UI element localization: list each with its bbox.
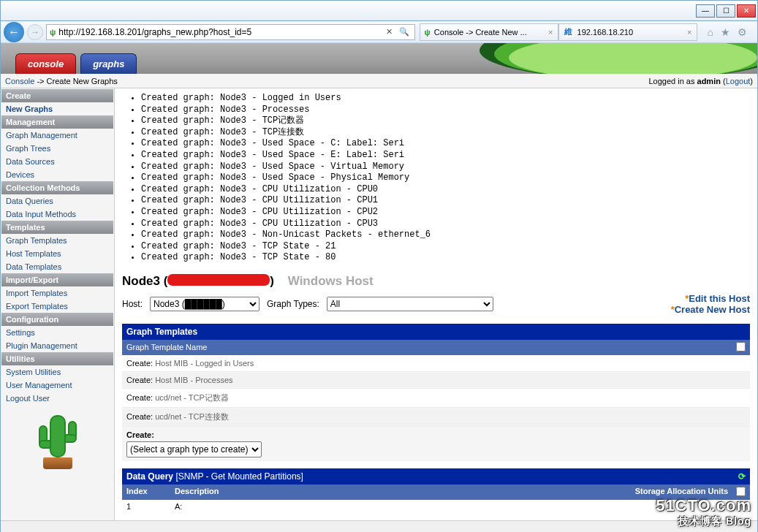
log-line: Created graph: Node3 - Used Space - Phys… xyxy=(141,172,750,184)
redacted-ip xyxy=(167,274,270,286)
favorites-icon[interactable]: ★ xyxy=(721,26,730,38)
log-line: Created graph: Node3 - TCP连接数 xyxy=(141,127,750,139)
sidebar-item-plugin-management[interactable]: Plugin Management xyxy=(6,341,77,350)
log-line: Created graph: Node3 - CPU Utilization -… xyxy=(141,184,750,196)
sidebar-header-import-export: Import/Export xyxy=(1,273,113,286)
tools-icon[interactable]: ⚙ xyxy=(738,26,747,38)
cacti-banner-graphic xyxy=(450,43,757,74)
horizontal-scrollbar[interactable] xyxy=(1,520,757,532)
sidebar-item-graph-management[interactable]: Graph Management xyxy=(6,131,77,140)
minimize-button[interactable]: — xyxy=(696,4,715,18)
log-line: Created graph: Node3 - Processes xyxy=(141,104,750,116)
sidebar-header-management: Management xyxy=(1,115,113,129)
log-line: Created graph: Node3 - CPU Utilization -… xyxy=(141,218,750,230)
create-host-link[interactable]: *Create New Host xyxy=(671,304,750,315)
forward-button[interactable]: → xyxy=(27,24,43,40)
create-label: Create: xyxy=(126,430,154,439)
edit-host-link[interactable]: *Edit this Host xyxy=(671,293,750,304)
sidebar-item-export-templates[interactable]: Export Templates xyxy=(6,302,68,311)
watermark: 51CTO.com 技术博客 Blog xyxy=(656,496,751,528)
url-input[interactable] xyxy=(58,27,382,37)
graph-template-row: Create: Host MIB - Logged in Users xyxy=(122,355,750,372)
window-title-bar: — ☐ ✕ xyxy=(1,1,757,21)
log-line: Created graph: Node3 - CPU Utilization -… xyxy=(141,195,750,207)
log-line: Created graph: Node3 - Non-Unicast Packe… xyxy=(141,229,750,241)
sidebar-header-configuration: Configuration xyxy=(1,313,113,326)
graph-template-row: Create: ucd/net - TCP记数器 xyxy=(122,389,750,408)
maximize-button[interactable]: ☐ xyxy=(716,4,735,18)
creation-log: Created graph: Node3 - Logged in UsersCr… xyxy=(122,93,750,264)
stop-reload-icon[interactable]: ✕ xyxy=(382,25,397,39)
sidebar-item-data-sources[interactable]: Data Sources xyxy=(6,157,55,166)
tab-close-icon[interactable]: × xyxy=(548,28,553,37)
graph-types-select[interactable]: All xyxy=(327,297,493,311)
reload-icon[interactable]: ⟳ xyxy=(738,471,746,482)
log-line: Created graph: Node3 - TCP State - 21 xyxy=(141,241,750,253)
sidebar-header-templates: Templates xyxy=(1,221,113,234)
sidebar: Create New Graphs Management Graph Manag… xyxy=(1,88,115,520)
sidebar-item-graph-trees[interactable]: Graph Trees xyxy=(6,144,50,153)
favicon-icon: 維 xyxy=(564,27,574,37)
sidebar-item-settings[interactable]: Settings xyxy=(6,328,35,337)
log-line: Created graph: Node3 - Logged in Users xyxy=(141,93,750,104)
sidebar-header-create: Create xyxy=(1,89,113,102)
log-line: Created graph: Node3 - TCP State - 80 xyxy=(141,252,750,264)
logout-link[interactable]: Logout xyxy=(726,77,751,86)
main-content: Created graph: Node3 - Logged in UsersCr… xyxy=(115,88,757,520)
search-icon[interactable]: 🔍 xyxy=(397,25,412,39)
app-tabs: console graphs xyxy=(1,43,757,74)
browser-tab-2[interactable]: 維 192.168.18.210 × xyxy=(558,23,697,41)
graph-template-row: Create: Host MIB - Processes xyxy=(122,372,750,389)
sidebar-item-graph-templates[interactable]: Graph Templates xyxy=(6,236,67,245)
browser-toolbar: ← → ψ ✕ 🔍 ψ Console -> Create New ... × … xyxy=(1,21,757,43)
log-line: Created graph: Node3 - CPU Utilization -… xyxy=(141,207,750,218)
sidebar-item-data-templates[interactable]: Data Templates xyxy=(6,262,61,271)
tab-label: Console -> Create New ... xyxy=(434,28,527,37)
tab-graphs[interactable]: graphs xyxy=(80,53,137,74)
sidebar-item-logout-user[interactable]: Logout User xyxy=(6,394,50,403)
breadcrumb-console-link[interactable]: Console xyxy=(5,77,34,86)
select-all-checkbox[interactable] xyxy=(736,342,746,352)
host-label: Host: xyxy=(122,299,143,309)
sidebar-item-data-input[interactable]: Data Input Methods xyxy=(6,210,76,218)
current-user: admin xyxy=(697,77,721,86)
dq-select-all-checkbox[interactable] xyxy=(736,487,746,496)
host-select[interactable]: Node3 (██████) xyxy=(150,297,259,311)
log-line: Created graph: Node3 - Used Space - E: L… xyxy=(141,150,750,162)
cactus-logo-icon xyxy=(36,411,80,469)
graph-templates-header: Graph Templates xyxy=(122,324,750,340)
cacti-favicon-icon: ψ xyxy=(425,28,431,37)
back-button[interactable]: ← xyxy=(4,22,24,42)
breadcrumb-current: Create New Graphs xyxy=(47,77,118,86)
sidebar-item-devices[interactable]: Devices xyxy=(6,170,34,179)
sidebar-item-import-templates[interactable]: Import Templates xyxy=(6,289,67,297)
graph-template-row: Create: ucd/net - TCP连接数 xyxy=(122,408,750,427)
sidebar-item-host-templates[interactable]: Host Templates xyxy=(6,249,61,258)
log-line: Created graph: Node3 - TCP记数器 xyxy=(141,115,750,127)
cacti-favicon-icon: ψ xyxy=(50,28,56,37)
browser-tab-1[interactable]: ψ Console -> Create New ... × xyxy=(420,23,558,41)
address-bar[interactable]: ψ ✕ 🔍 xyxy=(46,24,415,40)
graph-templates-col-header: Graph Template Name xyxy=(122,340,750,355)
tab-console[interactable]: console xyxy=(15,53,76,74)
sidebar-item-system-utilities[interactable]: System Utilities xyxy=(6,368,61,376)
tab-close-icon[interactable]: × xyxy=(687,28,691,37)
home-icon[interactable]: ⌂ xyxy=(708,26,713,38)
log-line: Created graph: Node3 - Used Space - Virt… xyxy=(141,162,750,173)
sidebar-item-user-management[interactable]: User Management xyxy=(6,381,72,390)
tab-label: 192.168.18.210 xyxy=(577,28,633,37)
breadcrumb: Console -> Create New Graphs Logged in a… xyxy=(1,74,757,88)
graph-type-select[interactable]: (Select a graph type to create) xyxy=(126,441,262,457)
host-title: Node3 () Windows Host xyxy=(122,274,750,289)
sidebar-header-collection: Collection Methods xyxy=(1,181,113,194)
data-query-header: Data Query [SNMP - Get Mounted Partition… xyxy=(122,468,750,484)
close-button[interactable]: ✕ xyxy=(737,4,756,18)
sidebar-header-utilities: Utilities xyxy=(1,352,113,365)
log-line: Created graph: Node3 - Used Space - C: L… xyxy=(141,138,750,150)
sidebar-item-data-queries[interactable]: Data Queries xyxy=(6,197,53,205)
graph-types-label: Graph Types: xyxy=(267,299,319,309)
sidebar-item-new-graphs[interactable]: New Graphs xyxy=(6,104,53,113)
